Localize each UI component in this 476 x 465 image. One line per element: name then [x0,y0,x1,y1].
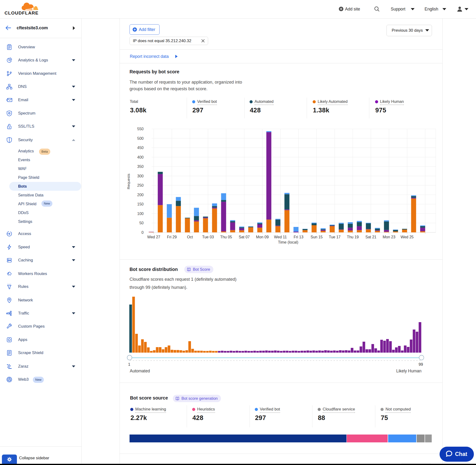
svg-text:Mon 23: Mon 23 [383,235,395,239]
svg-text:350: 350 [137,165,144,169]
svg-text:Fri 29: Fri 29 [167,235,177,239]
svg-text:Oct: Oct [187,235,193,239]
svg-text:Sun 15: Sun 15 [310,235,323,239]
svg-text:Wed 27: Wed 27 [147,235,160,239]
svg-text:Thu 19: Thu 19 [347,235,359,239]
svg-text:450: 450 [137,146,144,150]
svg-text:Sat 21: Sat 21 [365,235,376,239]
svg-text:Wed 11: Wed 11 [274,235,287,239]
svg-text:Thu 05: Thu 05 [220,235,232,239]
svg-text:500: 500 [137,137,144,140]
svg-text:50: 50 [139,221,144,225]
svg-text:250: 250 [137,183,144,187]
svg-text:300: 300 [137,174,144,178]
svg-text:150: 150 [137,202,144,206]
svg-text:Tue 17: Tue 17 [329,235,340,239]
svg-text:Sat 07: Sat 07 [239,235,250,239]
svg-text:Mon 09: Mon 09 [256,235,269,239]
svg-text:Time (local): Time (local) [278,240,298,244]
svg-text:400: 400 [137,155,144,159]
svg-text:0: 0 [141,231,144,234]
svg-text:550: 550 [137,127,144,131]
svg-text:Wed 25: Wed 25 [401,235,414,239]
svg-text:Fri 13: Fri 13 [294,235,303,239]
svg-text:200: 200 [137,193,144,197]
svg-text:Requests: Requests [127,174,130,189]
svg-text:100: 100 [137,212,144,216]
svg-text:Tue 03: Tue 03 [202,235,214,239]
